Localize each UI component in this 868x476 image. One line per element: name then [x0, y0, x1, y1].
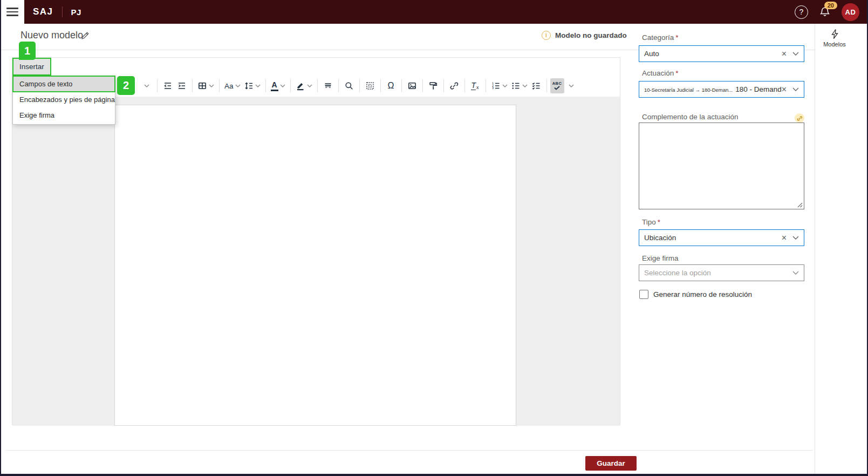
omega-icon: Ω [388, 81, 394, 91]
chevron-down-icon[interactable] [792, 52, 799, 56]
outdent-button[interactable] [161, 78, 175, 93]
toolbar-separator [338, 79, 339, 92]
chevron-down-icon[interactable] [792, 236, 799, 240]
chevron-down-icon [569, 84, 574, 87]
clear-formatting-button[interactable]: Tx [468, 78, 482, 93]
bullet-list-button[interactable] [509, 78, 529, 93]
text-color-button[interactable]: A [269, 78, 287, 93]
chevron-down-icon[interactable] [792, 87, 799, 91]
link-icon [449, 81, 459, 91]
search-button[interactable] [342, 78, 356, 93]
checklist-icon [531, 81, 541, 91]
ordered-list-button[interactable]: 1 2 3 [489, 78, 509, 93]
insert-link-button[interactable] [447, 78, 461, 93]
toolbar-separator [192, 79, 193, 92]
checklist-button[interactable] [529, 78, 543, 93]
toolbar-separator [546, 79, 547, 92]
insert-image-button[interactable] [405, 78, 419, 93]
categoria-combobox[interactable]: Auto × [639, 45, 804, 62]
chevron-down-icon [209, 84, 214, 87]
chevron-down-icon [144, 84, 149, 87]
indent-button[interactable] [175, 78, 189, 93]
checkbox-unchecked-icon[interactable] [639, 290, 648, 299]
chevron-down-icon[interactable] [792, 271, 799, 275]
chevron-down-icon [307, 84, 312, 87]
document-page[interactable] [114, 105, 516, 426]
toolbar-separator [359, 79, 360, 92]
table-icon [197, 81, 207, 91]
clear-icon[interactable]: × [782, 234, 787, 242]
highlighter-icon [296, 81, 305, 91]
modelos-panel-button[interactable]: Modelos [817, 29, 852, 47]
select-all-button[interactable] [363, 78, 377, 93]
exige-firma-select[interactable]: Seleccione la opción [639, 264, 804, 281]
generar-numero-label: Generar número de resolución [653, 290, 752, 298]
notification-count-badge: 20 [824, 2, 837, 9]
pencil-icon [81, 31, 90, 40]
complemento-link-button[interactable] [795, 113, 804, 123]
notifications-button[interactable]: 20 [819, 6, 831, 18]
table-button[interactable] [196, 78, 216, 93]
lightning-icon [830, 29, 839, 39]
clear-icon[interactable]: × [782, 50, 787, 58]
line-spacing-icon [244, 81, 254, 91]
toolbar-separator [486, 79, 486, 92]
tipo-value: Ubicación [644, 234, 676, 242]
save-button[interactable]: Guardar [585, 456, 637, 471]
toolbar-separator [265, 79, 266, 92]
edit-title-button[interactable] [81, 31, 90, 40]
warning-info-icon: i [542, 31, 551, 40]
insertar-dropdown-menu: Campos de texto Encabezados y pies de pá… [12, 76, 115, 125]
chevron-down-icon [522, 84, 528, 87]
actuacion-value-prefix: 10-Secretaría Judicial → 180-Deman... [644, 87, 733, 93]
generar-numero-checkbox-row[interactable]: Generar número de resolución [639, 290, 752, 299]
app-window: SAJ PJ ? 20 AD Nuevo modelo i Modelo no … [0, 0, 868, 476]
brand: SAJ PJ [33, 6, 81, 17]
save-status-text: Modelo no guardado [555, 31, 627, 39]
toolbar-separator [290, 79, 291, 92]
search-icon [344, 81, 354, 91]
text-color-icon: A [271, 81, 278, 91]
menu-item-campos-de-texto[interactable]: Campos de texto [13, 76, 115, 92]
toolbar-separator [464, 79, 465, 92]
toolbar-separator [443, 79, 444, 92]
chevron-down-icon [235, 84, 241, 87]
required-marker: * [658, 218, 660, 226]
actuacion-combobox[interactable]: 10-Secretaría Judicial → 180-Deman... 18… [639, 81, 804, 98]
toolbar-separator [380, 79, 381, 92]
hamburger-menu-icon[interactable] [0, 0, 24, 24]
menubar-insertar[interactable]: Insertar [13, 59, 50, 74]
avatar[interactable]: AD [842, 3, 859, 21]
help-icon[interactable]: ? [795, 5, 808, 19]
line-spacing-button[interactable] [242, 78, 262, 93]
spellcheck-button[interactable]: ABC [550, 78, 564, 93]
page-break-button[interactable] [321, 78, 335, 93]
chevron-down-icon [280, 84, 285, 87]
clear-icon[interactable]: × [782, 85, 787, 94]
right-panel-divider [815, 24, 815, 474]
complemento-textarea[interactable] [639, 123, 804, 209]
clear-formatting-icon: Tx [471, 81, 479, 90]
save-status: i Modelo no guardado [542, 31, 627, 40]
menu-item-exige-firma[interactable]: Exige firma [13, 107, 115, 123]
complemento-label: Complemento de la actuación [642, 113, 739, 121]
hidden-dropdown-button[interactable] [140, 78, 154, 93]
ordered-list-icon: 1 2 3 [491, 81, 501, 91]
font-case-button[interactable]: Aa [223, 78, 242, 93]
toolbar-separator [157, 79, 158, 92]
toolbar-separator [219, 79, 220, 92]
menu-item-encabezados[interactable]: Encabezados y pies de página [13, 92, 115, 107]
highlight-color-button[interactable] [294, 78, 314, 93]
page-break-icon [323, 81, 333, 91]
toolbar-separator [422, 79, 423, 92]
chevron-down-icon [502, 84, 508, 87]
special-character-button[interactable]: Ω [384, 78, 398, 93]
toolbar-separator [317, 79, 318, 92]
actuacion-label: Actuación* [642, 69, 679, 77]
format-painter-button[interactable] [426, 78, 440, 93]
tipo-combobox[interactable]: Ubicación × [639, 229, 804, 246]
resize-handle-icon[interactable] [797, 202, 803, 208]
spellcheck-menu-button[interactable] [564, 78, 578, 93]
link-icon [797, 115, 803, 121]
paint-roller-icon [428, 81, 438, 91]
